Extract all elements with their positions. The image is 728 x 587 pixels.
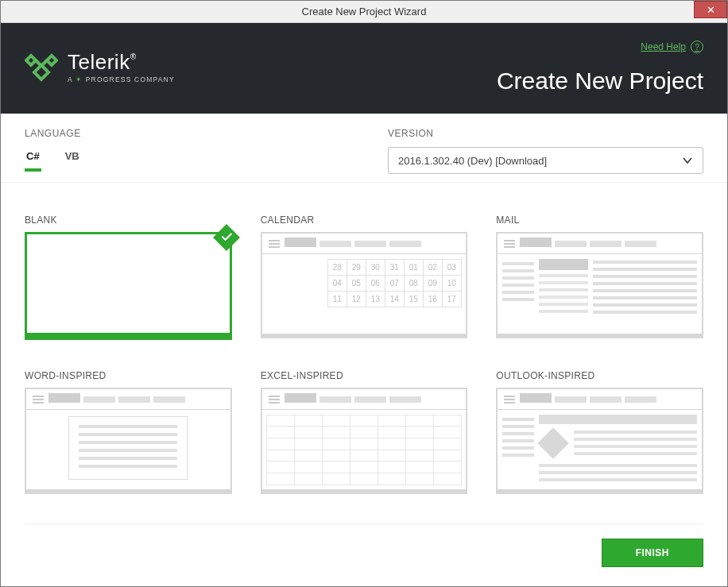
header-right: Need Help ? Create New Project: [497, 41, 703, 95]
template-mail[interactable]: MAIL: [496, 214, 703, 335]
hamburger-icon: [269, 396, 280, 404]
calendar-cell: 06: [366, 275, 385, 292]
spreadsheet-cell: [433, 450, 462, 462]
language-tab-vb[interactable]: VB: [64, 147, 81, 172]
wireframe-document: [68, 416, 188, 480]
spreadsheet-cell: [294, 473, 323, 485]
close-button[interactable]: ✕: [694, 1, 727, 18]
template-preview: [25, 388, 232, 491]
spreadsheet-cell: [294, 461, 323, 473]
template-calendar[interactable]: CALENDAR 2829303101020304050607080910111…: [261, 214, 468, 335]
template-label: MAIL: [496, 214, 703, 226]
spreadsheet-cell: [266, 438, 295, 450]
chevron-down-icon: [682, 155, 693, 166]
brand-name: Telerik: [68, 50, 130, 74]
spreadsheet-cell: [266, 426, 295, 438]
calendar-cell: 14: [385, 291, 405, 307]
spreadsheet-cell: [433, 438, 462, 450]
hamburger-icon: [504, 396, 515, 404]
template-label: OUTLOOK-INSPIRED: [496, 370, 703, 381]
checkmark-icon: [213, 224, 240, 251]
help-icon: ?: [691, 41, 703, 53]
template-label: CALENDAR: [261, 214, 468, 226]
calendar-cell: 02: [423, 259, 443, 276]
calendar-cell: 30: [366, 259, 385, 276]
wireframe-header: [262, 234, 467, 254]
hamburger-icon: [504, 240, 515, 248]
spreadsheet-cell: [405, 473, 434, 485]
spreadsheet-cell: [322, 438, 350, 450]
header: Telerik® A ✶ PROGRESS COMPANY Need Help …: [1, 23, 727, 114]
template-preview: [496, 388, 703, 491]
spreadsheet-cell: [350, 461, 378, 473]
calendar-cell: 05: [347, 275, 366, 292]
spreadsheet-cell: [405, 438, 434, 450]
spreadsheet-cell: [378, 415, 406, 427]
template-label: EXCEL-INSPIRED: [261, 370, 468, 381]
spreadsheet-cell: [378, 461, 406, 473]
close-icon: ✕: [707, 4, 715, 16]
spreadsheet-cell: [266, 473, 295, 485]
calendar-grid: 2829303101020304050607080910111213141516…: [327, 259, 461, 307]
template-preview: [25, 232, 232, 335]
template-label: BLANK: [25, 214, 232, 226]
template-word[interactable]: WORD-INSPIRED: [25, 370, 232, 491]
template-outlook[interactable]: OUTLOOK-INSPIRED: [496, 370, 703, 491]
spreadsheet-cell: [350, 438, 378, 450]
spreadsheet-cell: [378, 473, 406, 485]
spreadsheet-cell: [322, 415, 350, 427]
calendar-cell: 15: [404, 291, 424, 307]
help-link[interactable]: Need Help ?: [641, 41, 703, 53]
wireframe-body: [498, 410, 702, 510]
calendar-cell: 29: [347, 259, 366, 276]
spreadsheet-cell: [378, 450, 406, 462]
template-excel[interactable]: EXCEL-INSPIRED: [261, 370, 468, 491]
spreadsheet-cell: [266, 415, 295, 427]
calendar-cell: 04: [327, 275, 347, 292]
spreadsheet-cell: [266, 450, 295, 462]
controls-row: LANGUAGE C# VB VERSION 2016.1.302.40 (De…: [1, 114, 727, 183]
calendar-cell: 07: [385, 275, 405, 292]
calendar-cell: 08: [404, 275, 424, 292]
language-label: LANGUAGE: [25, 128, 340, 139]
spreadsheet-cell: [405, 450, 434, 462]
spreadsheet-grid: [267, 415, 462, 485]
spreadsheet-cell: [322, 461, 350, 473]
spreadsheet-cell: [433, 461, 462, 473]
spreadsheet-cell: [433, 473, 462, 485]
spreadsheet-cell: [322, 473, 350, 485]
help-link-label: Need Help: [641, 41, 686, 52]
spreadsheet-cell: [294, 426, 323, 438]
spreadsheet-cell: [350, 473, 378, 485]
spreadsheet-cell: [405, 461, 434, 473]
spreadsheet-cell: [322, 450, 350, 462]
calendar-cell: 10: [442, 275, 462, 292]
calendar-cell: 12: [347, 291, 366, 307]
calendar-cell: 03: [442, 259, 462, 276]
template-preview: [496, 232, 703, 335]
wireframe-header: [262, 389, 467, 410]
page-title: Create New Project: [497, 68, 703, 95]
hamburger-icon: [269, 240, 280, 248]
finish-button[interactable]: FINISH: [602, 539, 703, 567]
template-preview: [261, 388, 468, 491]
spreadsheet-cell: [294, 415, 323, 427]
spreadsheet-cell: [378, 426, 406, 438]
spreadsheet-cell: [294, 450, 323, 462]
language-tab-csharp[interactable]: C#: [25, 147, 41, 172]
telerik-logo-icon: [25, 52, 58, 83]
footer: FINISH: [25, 523, 703, 586]
wireframe-header: [498, 234, 702, 254]
spreadsheet-cell: [433, 415, 462, 427]
templates-grid: BLANK CALENDAR 2829303101020304050607080…: [1, 183, 727, 507]
calendar-cell: 28: [327, 259, 347, 276]
wizard-window: Create New Project Wizard ✕ Telerik®: [0, 0, 728, 587]
logo-text: Telerik® A ✶ PROGRESS COMPANY: [68, 52, 175, 83]
wireframe-body: [498, 254, 702, 354]
version-group: VERSION 2016.1.302.40 (Dev) [Download]: [388, 128, 703, 174]
version-select[interactable]: 2016.1.302.40 (Dev) [Download]: [388, 147, 703, 174]
wireframe-header: [498, 389, 702, 410]
calendar-cell: 09: [423, 275, 443, 292]
template-blank[interactable]: BLANK: [25, 214, 232, 335]
spreadsheet-cell: [350, 450, 378, 462]
